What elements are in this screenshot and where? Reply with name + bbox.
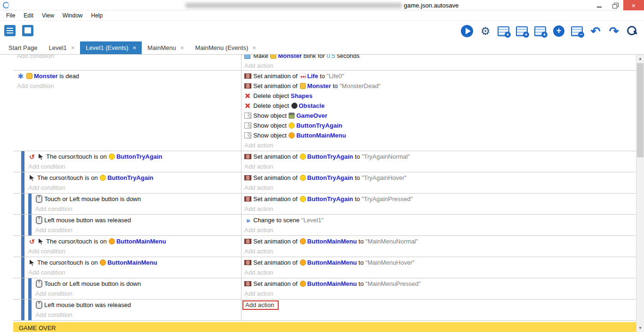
tab-level1[interactable]: Level1× <box>43 41 80 54</box>
action-line[interactable]: Set animation of ButtonTryAgain to "TryA… <box>244 173 634 183</box>
action-line[interactable]: Delete object Shapes <box>244 91 634 101</box>
vertical-scrollbar[interactable]: ▲ ▼ <box>636 55 644 332</box>
action-line[interactable]: Set animation of Monster to "MonsterDead… <box>244 81 634 91</box>
play-button[interactable] <box>460 24 474 38</box>
action-line[interactable]: Set animation of ButtonMainMenu to "Main… <box>244 258 634 267</box>
add-subevent-button[interactable] <box>515 24 529 38</box>
add-condition-link[interactable]: Add condition <box>35 205 72 212</box>
condition-line[interactable]: Left mouse button was released <box>35 215 239 225</box>
add-action-link[interactable]: Add action <box>244 248 273 255</box>
event-row[interactable]: Touch or Left mouse button is downAdd co… <box>13 194 636 215</box>
add-action-link[interactable]: Add action <box>244 62 273 69</box>
add-condition-link[interactable]: Add condition <box>35 227 72 234</box>
comment-row[interactable]: GAME OVER <box>13 322 636 332</box>
action-line[interactable]: Delete object Obstacle <box>244 101 634 111</box>
event-row[interactable]: ↺The cursor/touch is on ButtonTryAgainAd… <box>13 151 636 172</box>
add-event-button[interactable] <box>497 24 511 38</box>
action-line[interactable]: Set animation of ButtonMainMenu to "Main… <box>244 279 634 289</box>
text: Left mouse button was released <box>44 217 131 224</box>
minimize-button[interactable] <box>591 0 607 10</box>
window-title: game.json.autosave <box>404 2 459 9</box>
condition-line[interactable]: The cursor/touch is on ButtonMainMenu <box>28 258 239 267</box>
close-button[interactable]: × <box>623 0 644 10</box>
condition-line[interactable]: Touch or Left mouse button is down <box>35 194 239 204</box>
action-line[interactable]: Show object ButtonMainMenu <box>244 130 634 140</box>
search-button[interactable] <box>625 24 639 38</box>
object-name: ButtonMainMenu <box>307 259 357 266</box>
text: Set animation of <box>253 73 299 80</box>
undo-button[interactable]: ↶ <box>588 24 603 38</box>
tab-start-page[interactable]: Start Page <box>3 41 43 54</box>
action-line[interactable]: Set animation of ButtonTryAgain to "TryA… <box>244 152 634 162</box>
events-list: Add conditionMake Monster blink for 0.5 … <box>0 55 636 332</box>
tab-close-icon[interactable]: × <box>252 44 256 51</box>
scroll-thumb[interactable] <box>637 63 644 157</box>
condition-line[interactable]: ↺The cursor/touch is on ButtonMainMenu <box>28 236 239 246</box>
add-action-link[interactable]: Add action <box>244 163 273 170</box>
condition-line[interactable]: ∗Monster is dead <box>17 71 239 81</box>
scroll-down-arrow[interactable]: ▼ <box>636 324 644 332</box>
menu-edit[interactable]: Edit <box>19 10 38 21</box>
event-row[interactable]: Left mouse button was releasedAdd condit… <box>13 215 636 236</box>
action-line[interactable]: Set animation of Life to "Life0" <box>244 71 634 81</box>
debug-button[interactable]: ⚙ <box>478 24 492 38</box>
event-row[interactable]: ∗Monster is deadAdd conditionSet animati… <box>13 71 636 151</box>
redo-button[interactable]: ↷ <box>607 24 621 38</box>
title-redacted-text <box>185 3 402 8</box>
indent-bar <box>21 278 24 299</box>
add-action-link[interactable]: Add action <box>242 300 279 310</box>
action-line[interactable]: »Change to scene "Level1" <box>244 215 634 225</box>
tab-close-icon[interactable]: × <box>133 44 137 51</box>
add-action-link[interactable]: Add action <box>244 269 273 276</box>
animation-icon <box>244 82 251 89</box>
add-event-type-button[interactable] <box>552 24 566 38</box>
add-condition-link[interactable]: Add condition <box>28 184 65 191</box>
action-line[interactable]: Set animation of ButtonMainMenu to "Main… <box>244 236 634 246</box>
action-line[interactable]: Show object ButtonTryAgain <box>244 121 634 130</box>
text: to <box>318 73 327 80</box>
menu-help[interactable]: Help <box>87 10 107 21</box>
add-action-link[interactable]: Add action <box>244 142 273 149</box>
project-manager-button[interactable] <box>4 24 18 38</box>
menu-file[interactable]: File <box>2 10 19 21</box>
add-condition-link[interactable]: Add condition <box>28 163 65 170</box>
tab-level1-events[interactable]: Level1 (Events)× <box>80 41 142 54</box>
action-line[interactable]: Make Monster blink for 0.5 seconds <box>244 55 634 61</box>
add-condition-link[interactable]: Add condition <box>35 290 72 297</box>
condition-line[interactable]: Left mouse button was released <box>35 300 239 310</box>
action-line[interactable]: Set animation of ButtonTryAgain to "TryA… <box>244 194 634 204</box>
add-action-link[interactable]: Add action <box>244 290 273 297</box>
add-action-link[interactable]: Add action <box>244 227 273 234</box>
btn-orange-thumb <box>289 132 295 138</box>
event-row[interactable]: ↺The cursor/touch is on ButtonMainMenuAd… <box>13 236 636 257</box>
event-row[interactable]: The cursor/touch is on ButtonTryAgainAdd… <box>13 172 636 194</box>
add-action-link[interactable]: Add action <box>244 205 273 212</box>
condition-line[interactable]: ↺The cursor/touch is on ButtonTryAgain <box>28 152 239 162</box>
menu-view[interactable]: View <box>38 10 58 21</box>
condition-line[interactable]: The cursor/touch is on ButtonTryAgain <box>28 173 239 183</box>
event-row[interactable]: The cursor/touch is on ButtonMainMenuAdd… <box>13 257 636 278</box>
tab-close-icon[interactable]: × <box>71 44 75 51</box>
action-line[interactable]: Show object GameOver <box>244 111 634 121</box>
event-row[interactable]: Add conditionMake Monster blink for 0.5 … <box>13 55 636 71</box>
add-condition-link[interactable]: Add condition <box>17 55 54 59</box>
condition-line[interactable]: Touch or Left mouse button is down <box>35 279 239 289</box>
btn-orange-thumb <box>109 238 115 244</box>
tab-mainmenu[interactable]: MainMenu× <box>142 41 189 54</box>
scroll-up-arrow[interactable]: ▲ <box>636 55 644 63</box>
tab-mainmenu-events[interactable]: MainMenu (Events)× <box>190 41 262 54</box>
event-row[interactable]: Left mouse button was releasedAdd condit… <box>13 300 636 321</box>
restore-button[interactable] <box>607 0 623 10</box>
remove-event-button[interactable] <box>570 24 584 38</box>
menu-window[interactable]: Window <box>58 10 87 21</box>
add-condition-link[interactable]: Add condition <box>17 82 54 89</box>
objects-list-button[interactable] <box>22 24 36 38</box>
behavior-icon: ∗ <box>17 73 24 80</box>
add-condition-link[interactable]: Add condition <box>35 311 72 318</box>
add-condition-link[interactable]: Add condition <box>28 248 65 255</box>
add-comment-button[interactable] <box>533 24 547 38</box>
add-action-link[interactable]: Add action <box>244 184 273 191</box>
add-condition-link[interactable]: Add condition <box>28 269 65 276</box>
event-row[interactable]: Touch or Left mouse button is downAdd co… <box>13 278 636 300</box>
tab-close-icon[interactable]: × <box>180 44 184 51</box>
